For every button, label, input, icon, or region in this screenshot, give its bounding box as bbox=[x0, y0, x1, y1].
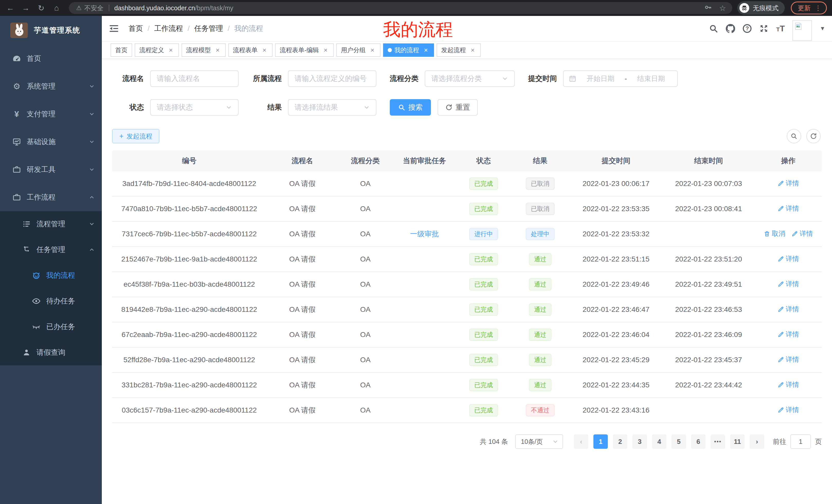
sidebar-item-home[interactable]: 首页 bbox=[0, 45, 102, 73]
search-icon[interactable] bbox=[709, 24, 718, 33]
detail-link[interactable]: 详情 bbox=[791, 229, 813, 238]
prev-page-icon[interactable]: ‹ bbox=[574, 435, 588, 449]
tab-5[interactable]: 用户分组× bbox=[336, 44, 381, 57]
sidebar-item-done-tasks[interactable]: 已办任务 bbox=[0, 314, 102, 340]
sidebar-item-system[interactable]: ⚙系统管理 bbox=[0, 73, 102, 100]
current-task-link[interactable]: 一级审批 bbox=[410, 230, 439, 238]
breadcrumb-item-2[interactable]: 任务管理 bbox=[194, 24, 223, 33]
column-header: 结果 bbox=[511, 150, 570, 171]
close-tab-icon[interactable]: × bbox=[322, 46, 329, 54]
sidebar-collapse-icon[interactable] bbox=[108, 23, 119, 34]
tab-4[interactable]: 流程表单-编辑× bbox=[275, 44, 334, 57]
page-button-1[interactable]: 1 bbox=[593, 435, 608, 449]
yen-icon: ¥ bbox=[12, 110, 21, 118]
eye-icon bbox=[32, 297, 41, 305]
next-page-icon[interactable]: › bbox=[750, 435, 764, 449]
tab-7[interactable]: 发起流程× bbox=[437, 44, 481, 57]
status-select[interactable]: 请选择状态 bbox=[150, 99, 239, 116]
create-process-button[interactable]: + 发起流程 bbox=[112, 129, 159, 143]
help-icon[interactable]: ? bbox=[743, 24, 752, 33]
address-bar[interactable]: ⚠ 不安全 dashboard.yudao.iocoder.cn /bpm/ta… bbox=[69, 2, 732, 14]
close-tab-icon[interactable]: × bbox=[422, 46, 430, 54]
close-tab-icon[interactable]: × bbox=[469, 46, 476, 54]
tab-3[interactable]: 流程表单× bbox=[228, 44, 272, 57]
sidebar-item-leave-query[interactable]: 请假查询 bbox=[0, 340, 102, 365]
page-button-3[interactable]: 3 bbox=[632, 435, 647, 449]
page-button-2[interactable]: 2 bbox=[613, 435, 627, 449]
sidebar-item-process-mgmt[interactable]: 流程管理 bbox=[0, 211, 102, 237]
breadcrumb-item-0[interactable]: 首页 bbox=[129, 24, 143, 33]
page-button-11[interactable]: 11 bbox=[730, 435, 745, 449]
close-tab-icon[interactable]: × bbox=[167, 46, 174, 54]
incognito-label: 无痕模式 bbox=[753, 4, 779, 12]
top-header: 首页/工作流程/任务管理/我的流程 ? TT ▼ bbox=[102, 16, 832, 41]
tab-6[interactable]: 我的流程× bbox=[383, 44, 434, 57]
filter-owner-process: 所属流程 请输入流程定义的编号 bbox=[252, 71, 376, 87]
breadcrumb-item-1[interactable]: 工作流程 bbox=[154, 24, 183, 33]
more-pages-icon[interactable]: ••• bbox=[711, 435, 725, 449]
forward-icon[interactable]: → bbox=[20, 2, 32, 14]
fullscreen-icon[interactable] bbox=[759, 24, 769, 33]
sidebar-item-infra[interactable]: 基础设施 bbox=[0, 128, 102, 156]
tab-2[interactable]: 流程模型× bbox=[182, 44, 226, 57]
chevron-down-icon bbox=[226, 104, 232, 110]
detail-link[interactable]: 详情 bbox=[778, 204, 799, 213]
start-date-input[interactable]: 开始日期 bbox=[579, 74, 622, 83]
page-button-4[interactable]: 4 bbox=[652, 435, 667, 449]
detail-link[interactable]: 详情 bbox=[778, 355, 799, 364]
cell-id: 03c6c157-7b9a-11ec-a290-acde48001122 bbox=[112, 398, 266, 423]
detail-link[interactable]: 详情 bbox=[778, 279, 799, 288]
refresh-table-icon[interactable] bbox=[806, 129, 821, 143]
browser-menu-icon[interactable]: ⋮ bbox=[815, 5, 822, 11]
cell-result: 通过 bbox=[511, 272, 570, 297]
sidebar-item-todo-tasks[interactable]: 待办任务 bbox=[0, 288, 102, 314]
detail-link[interactable]: 详情 bbox=[778, 405, 799, 414]
sidebar-item-devtools[interactable]: 研发工具 bbox=[0, 156, 102, 184]
sidebar-item-workflow[interactable]: 工作流程 bbox=[0, 184, 102, 211]
column-header: 状态 bbox=[457, 150, 511, 171]
page-button-5[interactable]: 5 bbox=[672, 435, 686, 449]
table-row: 2152467e-7b9b-11ec-9a1b-acde48001122OA 请… bbox=[112, 247, 822, 272]
toggle-search-icon[interactable] bbox=[787, 129, 801, 143]
page-button-6[interactable]: 6 bbox=[691, 435, 705, 449]
detail-link[interactable]: 详情 bbox=[778, 179, 799, 188]
bookmark-star-icon[interactable]: ☆ bbox=[719, 4, 726, 12]
result-select[interactable]: 请选择流结果 bbox=[288, 99, 376, 116]
close-tab-icon[interactable]: × bbox=[214, 46, 221, 54]
submit-time-range-picker[interactable]: 开始日期 - 结束日期 bbox=[563, 71, 678, 87]
detail-link[interactable]: 详情 bbox=[778, 380, 799, 389]
avatar-caret-icon[interactable]: ▼ bbox=[820, 25, 825, 32]
reset-button[interactable]: 重置 bbox=[438, 99, 478, 116]
page-size-select[interactable]: 10条/页 bbox=[515, 435, 563, 449]
goto-page-input[interactable]: 1 bbox=[790, 435, 811, 449]
close-tab-icon[interactable]: × bbox=[261, 46, 268, 54]
search-button[interactable]: 搜索 bbox=[390, 99, 431, 116]
process-name-input[interactable]: 请输入流程名 bbox=[150, 71, 239, 87]
owner-process-input[interactable]: 请输入流程定义的编号 bbox=[288, 71, 376, 87]
font-size-icon[interactable]: TT bbox=[776, 24, 785, 33]
filter-row-1: 流程名 请输入流程名 所属流程 请输入流程定义的编号 流程分类 请选择流程分类 … bbox=[112, 71, 822, 87]
end-date-input[interactable]: 结束日期 bbox=[630, 74, 672, 83]
detail-link[interactable]: 详情 bbox=[778, 330, 799, 339]
category-select[interactable]: 请选择流程分类 bbox=[425, 71, 515, 87]
reload-icon[interactable]: ↻ bbox=[35, 2, 47, 14]
cell-result: 通过 bbox=[511, 347, 570, 372]
back-icon[interactable]: ← bbox=[4, 2, 17, 14]
cancel-link[interactable]: 取消 bbox=[763, 229, 785, 238]
cell-current-task bbox=[392, 272, 457, 297]
sidebar-item-task-mgmt[interactable]: 任务管理 bbox=[0, 237, 102, 262]
tab-1[interactable]: 流程定义× bbox=[135, 44, 179, 57]
github-icon[interactable] bbox=[726, 24, 735, 33]
app-logo-row[interactable]: 芋道管理系统 bbox=[0, 16, 102, 45]
cell-id: 3ad174fb-7b9d-11ec-8404-acde48001122 bbox=[112, 171, 266, 196]
close-tab-icon[interactable]: × bbox=[369, 46, 376, 54]
avatar[interactable] bbox=[792, 20, 812, 41]
browser-update-button[interactable]: 更新 ⋮ bbox=[791, 2, 827, 15]
detail-link[interactable]: 详情 bbox=[778, 254, 799, 263]
sidebar-item-payment[interactable]: ¥支付管理 bbox=[0, 100, 102, 128]
home-icon[interactable]: ⌂ bbox=[50, 2, 63, 14]
sidebar-item-my-process[interactable]: 我的流程 bbox=[0, 262, 102, 288]
detail-link[interactable]: 详情 bbox=[778, 305, 799, 314]
password-key-icon[interactable] bbox=[704, 4, 712, 12]
tab-0[interactable]: 首页 bbox=[110, 44, 132, 57]
